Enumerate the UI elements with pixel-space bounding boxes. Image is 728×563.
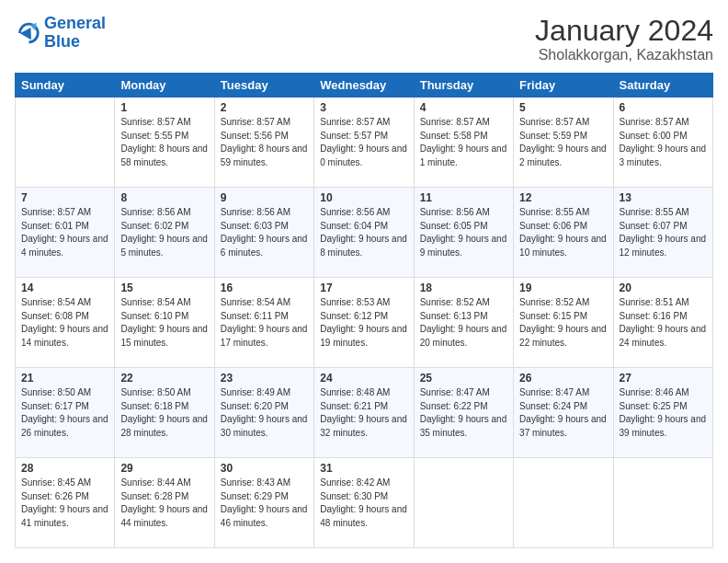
day-number: 26 <box>519 372 607 385</box>
day-info: Sunrise: 8:57 AMSunset: 5:55 PMDaylight:… <box>120 116 208 169</box>
col-tuesday: Tuesday <box>214 74 313 98</box>
calendar-table: Sunday Monday Tuesday Wednesday Thursday… <box>15 73 713 548</box>
day-number: 3 <box>320 101 407 114</box>
page: General Blue January 2024 Sholakkorgan, … <box>0 0 728 563</box>
day-info: Sunrise: 8:52 AMSunset: 6:13 PMDaylight:… <box>420 296 507 350</box>
day-number: 28 <box>21 462 108 475</box>
calendar-week-1: 1Sunrise: 8:57 AMSunset: 5:55 PMDaylight… <box>16 98 713 188</box>
table-row: 23Sunrise: 8:49 AMSunset: 6:20 PMDayligh… <box>214 368 313 458</box>
day-number: 2 <box>221 101 308 114</box>
day-number: 1 <box>120 101 208 114</box>
table-row: 16Sunrise: 8:54 AMSunset: 6:11 PMDayligh… <box>214 278 313 368</box>
day-number: 22 <box>120 372 208 385</box>
day-number: 20 <box>620 282 707 294</box>
title-block: January 2024 Sholakkorgan, Kazakhstan <box>535 15 713 63</box>
day-info: Sunrise: 8:47 AMSunset: 6:24 PMDaylight:… <box>519 386 607 440</box>
table-row: 5Sunrise: 8:57 AMSunset: 5:59 PMDaylight… <box>514 98 613 188</box>
table-row: 15Sunrise: 8:54 AMSunset: 6:10 PMDayligh… <box>115 278 214 368</box>
day-number: 30 <box>221 462 308 475</box>
logo-text: General Blue <box>44 15 106 52</box>
day-number: 24 <box>320 372 407 385</box>
day-info: Sunrise: 8:56 AMSunset: 6:04 PMDaylight:… <box>320 206 407 259</box>
day-number: 9 <box>221 191 308 204</box>
day-info: Sunrise: 8:57 AMSunset: 6:01 PMDaylight:… <box>21 206 108 259</box>
day-info: Sunrise: 8:47 AMSunset: 6:22 PMDaylight:… <box>420 386 507 440</box>
day-number: 14 <box>21 282 108 294</box>
day-number: 29 <box>120 462 208 475</box>
day-number: 15 <box>120 282 208 294</box>
calendar-week-4: 21Sunrise: 8:50 AMSunset: 6:17 PMDayligh… <box>16 368 713 458</box>
table-row: 4Sunrise: 8:57 AMSunset: 5:58 PMDaylight… <box>414 98 513 188</box>
col-thursday: Thursday <box>414 74 513 98</box>
day-info: Sunrise: 8:44 AMSunset: 6:28 PMDaylight:… <box>120 477 208 530</box>
day-info: Sunrise: 8:51 AMSunset: 6:16 PMDaylight:… <box>620 296 707 350</box>
day-info: Sunrise: 8:57 AMSunset: 5:56 PMDaylight:… <box>221 116 308 169</box>
day-number: 16 <box>221 282 308 294</box>
main-title: January 2024 <box>535 15 713 47</box>
table-row <box>16 98 115 188</box>
calendar-week-5: 28Sunrise: 8:45 AMSunset: 6:26 PMDayligh… <box>16 458 713 548</box>
day-info: Sunrise: 8:52 AMSunset: 6:15 PMDaylight:… <box>519 296 607 350</box>
day-info: Sunrise: 8:55 AMSunset: 6:07 PMDaylight:… <box>620 206 707 259</box>
day-number: 7 <box>21 191 108 204</box>
day-number: 21 <box>21 372 108 385</box>
day-info: Sunrise: 8:54 AMSunset: 6:10 PMDaylight:… <box>120 296 208 350</box>
table-row: 9Sunrise: 8:56 AMSunset: 6:03 PMDaylight… <box>214 188 313 278</box>
day-number: 31 <box>320 462 407 475</box>
table-row: 26Sunrise: 8:47 AMSunset: 6:24 PMDayligh… <box>514 368 613 458</box>
table-row: 3Sunrise: 8:57 AMSunset: 5:57 PMDaylight… <box>314 98 414 188</box>
day-info: Sunrise: 8:57 AMSunset: 5:58 PMDaylight:… <box>420 116 507 169</box>
day-info: Sunrise: 8:43 AMSunset: 6:29 PMDaylight:… <box>221 477 308 530</box>
table-row: 31Sunrise: 8:42 AMSunset: 6:30 PMDayligh… <box>314 458 414 548</box>
day-info: Sunrise: 8:57 AMSunset: 6:00 PMDaylight:… <box>620 116 707 169</box>
day-number: 5 <box>519 101 607 114</box>
general-blue-icon <box>15 20 40 46</box>
table-row <box>414 458 513 548</box>
table-row: 30Sunrise: 8:43 AMSunset: 6:29 PMDayligh… <box>214 458 313 548</box>
table-row <box>514 458 613 548</box>
day-number: 17 <box>320 282 407 294</box>
day-info: Sunrise: 8:53 AMSunset: 6:12 PMDaylight:… <box>320 296 407 350</box>
col-friday: Friday <box>514 74 613 98</box>
table-row: 1Sunrise: 8:57 AMSunset: 5:55 PMDaylight… <box>115 98 214 188</box>
col-saturday: Saturday <box>613 74 712 98</box>
day-number: 6 <box>620 101 707 114</box>
day-number: 27 <box>620 372 707 385</box>
day-number: 25 <box>420 372 507 385</box>
table-row: 20Sunrise: 8:51 AMSunset: 6:16 PMDayligh… <box>613 278 712 368</box>
day-info: Sunrise: 8:57 AMSunset: 5:59 PMDaylight:… <box>519 116 607 169</box>
table-row: 25Sunrise: 8:47 AMSunset: 6:22 PMDayligh… <box>414 368 513 458</box>
day-info: Sunrise: 8:46 AMSunset: 6:25 PMDaylight:… <box>620 386 707 440</box>
day-info: Sunrise: 8:57 AMSunset: 5:57 PMDaylight:… <box>320 116 407 169</box>
table-row: 14Sunrise: 8:54 AMSunset: 6:08 PMDayligh… <box>16 278 115 368</box>
day-info: Sunrise: 8:55 AMSunset: 6:06 PMDaylight:… <box>519 206 607 259</box>
day-info: Sunrise: 8:50 AMSunset: 6:18 PMDaylight:… <box>120 386 208 440</box>
table-row: 18Sunrise: 8:52 AMSunset: 6:13 PMDayligh… <box>414 278 513 368</box>
table-row: 28Sunrise: 8:45 AMSunset: 6:26 PMDayligh… <box>16 458 115 548</box>
col-monday: Monday <box>115 74 214 98</box>
day-info: Sunrise: 8:45 AMSunset: 6:26 PMDaylight:… <box>21 477 108 530</box>
table-row: 7Sunrise: 8:57 AMSunset: 6:01 PMDaylight… <box>16 188 115 278</box>
day-number: 8 <box>120 191 208 204</box>
day-info: Sunrise: 8:56 AMSunset: 6:05 PMDaylight:… <box>420 206 507 259</box>
day-info: Sunrise: 8:49 AMSunset: 6:20 PMDaylight:… <box>221 386 308 440</box>
table-row: 6Sunrise: 8:57 AMSunset: 6:00 PMDaylight… <box>613 98 712 188</box>
table-row: 21Sunrise: 8:50 AMSunset: 6:17 PMDayligh… <box>16 368 115 458</box>
day-number: 11 <box>420 191 507 204</box>
table-row: 10Sunrise: 8:56 AMSunset: 6:04 PMDayligh… <box>314 188 414 278</box>
table-row: 2Sunrise: 8:57 AMSunset: 5:56 PMDaylight… <box>214 98 313 188</box>
table-row: 8Sunrise: 8:56 AMSunset: 6:02 PMDaylight… <box>115 188 214 278</box>
table-row: 13Sunrise: 8:55 AMSunset: 6:07 PMDayligh… <box>613 188 712 278</box>
day-info: Sunrise: 8:54 AMSunset: 6:08 PMDaylight:… <box>21 296 108 350</box>
day-number: 10 <box>320 191 407 204</box>
table-row: 22Sunrise: 8:50 AMSunset: 6:18 PMDayligh… <box>115 368 214 458</box>
header: General Blue January 2024 Sholakkorgan, … <box>15 15 713 63</box>
day-info: Sunrise: 8:56 AMSunset: 6:02 PMDaylight:… <box>120 206 208 259</box>
subtitle: Sholakkorgan, Kazakhstan <box>535 47 713 63</box>
calendar-week-2: 7Sunrise: 8:57 AMSunset: 6:01 PMDaylight… <box>16 188 713 278</box>
day-info: Sunrise: 8:50 AMSunset: 6:17 PMDaylight:… <box>21 386 108 440</box>
day-info: Sunrise: 8:56 AMSunset: 6:03 PMDaylight:… <box>221 206 308 259</box>
col-sunday: Sunday <box>16 74 115 98</box>
table-row: 12Sunrise: 8:55 AMSunset: 6:06 PMDayligh… <box>514 188 613 278</box>
logo-blue: Blue <box>44 32 80 51</box>
